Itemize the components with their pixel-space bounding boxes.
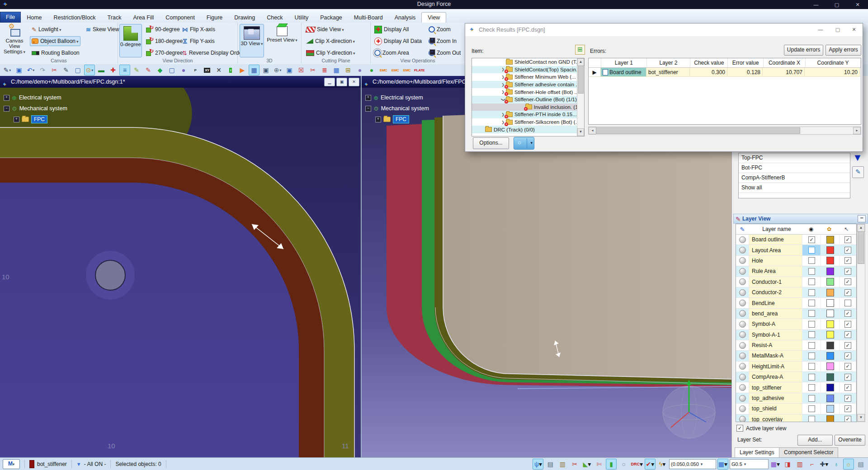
zoom-in-button[interactable]: + Zoom In [427, 36, 458, 46]
layer-select-checkbox[interactable] [844, 374, 851, 381]
dialog-close-button[interactable]: ✕ [846, 25, 862, 34]
layer-visibility-checkbox[interactable] [808, 352, 815, 359]
layer-color-swatch[interactable] [826, 299, 834, 307]
layer-color-swatch[interactable] [826, 320, 834, 328]
redo-icon[interactable]: ↷ [37, 65, 48, 75]
layer-active-radio[interactable] [736, 330, 749, 340]
grid-view-icon[interactable]: ▦▾ [770, 459, 781, 470]
layer-select-cell[interactable] [840, 362, 856, 371]
layer-active-radio[interactable] [736, 362, 749, 371]
filter-indicator[interactable]: ▼ - All ON - [76, 461, 106, 467]
menu-tab-component[interactable]: Component [160, 13, 201, 23]
layer-visibility-checkbox[interactable] [808, 310, 815, 317]
layer-color-cell[interactable] [821, 287, 840, 297]
layer-color-swatch[interactable] [826, 278, 834, 286]
emc-check-icon[interactable]: EMC [401, 65, 412, 75]
layer-active-radio[interactable] [736, 298, 749, 308]
app-close-button[interactable]: ✕ [847, 0, 868, 9]
layer-visibility-checkbox[interactable] [808, 405, 815, 412]
layer-set-item-bot-fpc[interactable]: Bot-FPC [739, 163, 850, 173]
layer-set-item-top-fpc[interactable]: Top-FPC [739, 153, 850, 163]
reverse-display-order-button[interactable]: ⇅ Reverse Display Order [180, 48, 245, 58]
canvas-view-settings-button[interactable]: Canvas View Settings [1, 24, 28, 57]
layer-select-checkbox[interactable] [844, 268, 851, 275]
layer-color-cell[interactable] [821, 362, 840, 371]
layer-visibility-checkbox[interactable] [808, 416, 815, 422]
check-tree-item[interactable]: ❯✕Stiffener-Silkscreen (Bot) (... [472, 118, 584, 126]
layer-visibility-checkbox[interactable] [808, 363, 815, 370]
layer-select-checkbox[interactable] [844, 257, 851, 264]
line-width-combo[interactable]: G0.5▾ [730, 459, 769, 469]
component-stack-icon[interactable]: ▮ [606, 459, 617, 470]
menu-tab-utility[interactable]: Utility [289, 13, 315, 23]
scroll-right-arrow[interactable]: ▸ [853, 127, 861, 134]
layer-color-cell[interactable] [821, 266, 840, 276]
ellipse-icon[interactable]: ● [178, 65, 189, 75]
layer-select-cell[interactable] [840, 245, 856, 255]
layer-color-swatch[interactable] [826, 395, 834, 402]
check-tree-item[interactable]: ❯✕Stiffener adhesive contain ... [472, 81, 584, 89]
expand-icon[interactable]: + [14, 117, 19, 122]
layer-set-item-compa-stiffenerb[interactable]: CompA-StiffenerB [739, 173, 850, 183]
menu-tab-multi-board[interactable]: Multi-Board [348, 13, 389, 23]
menu-tab-drawing[interactable]: Drawing [228, 13, 261, 23]
apply-down-button[interactable]: ▼ [850, 152, 865, 164]
layer-visibility-cell[interactable] [802, 393, 821, 403]
layer-select-checkbox[interactable] [844, 405, 851, 412]
routing-balloon-button[interactable]: Routing Balloon [30, 48, 81, 58]
layer-select-checkbox[interactable] [844, 247, 851, 254]
layer-active-radio[interactable] [736, 245, 749, 255]
layer-select-cell[interactable] [840, 256, 856, 266]
flip-board-icon[interactable]: ◨ [782, 459, 793, 470]
layer-color-swatch[interactable] [826, 405, 834, 413]
layer-color-cell[interactable] [821, 245, 840, 255]
layer-visibility-cell[interactable] [802, 340, 821, 350]
check-tree-item[interactable]: ✕Invalid inclusion. (1/1) [472, 103, 584, 111]
layer-color-swatch[interactable] [826, 362, 834, 370]
layer-select-cell[interactable] [840, 340, 856, 350]
tree-item-electrical-system[interactable]: +⊕Electrical system [365, 92, 429, 103]
lowlight-brush-icon[interactable]: ✎ [143, 65, 154, 75]
apply-errors-button[interactable]: Apply errors [826, 45, 861, 56]
menu-tab-analysis[interactable]: Analysis [389, 13, 422, 23]
memo-icon[interactable]: ▤ [855, 459, 866, 470]
layer-color-swatch[interactable] [826, 268, 834, 275]
layer-select-checkbox[interactable] [844, 342, 851, 349]
layer-select-cell[interactable] [840, 414, 856, 422]
menu-tab-home[interactable]: Home [21, 13, 47, 23]
layer-color-cell[interactable] [821, 372, 840, 382]
layer-color-cell[interactable] [821, 235, 840, 244]
add-check-item-button[interactable]: ⊞ [575, 45, 585, 55]
side-view-button[interactable]: Side View [304, 24, 346, 34]
layer-visibility-checkbox[interactable] [808, 342, 815, 349]
design-tree-icon[interactable]: ≡ [119, 65, 130, 75]
error-row[interactable]: ▶ Board outline bot_stiffener 0.300 0.12… [589, 68, 861, 77]
drc-icon[interactable]: DRC▾ [630, 459, 643, 470]
layer-select-cell[interactable] [840, 351, 856, 361]
app-minimize-button[interactable]: — [806, 0, 826, 9]
layer-color-cell[interactable] [821, 319, 840, 329]
delete-3d-icon[interactable]: ☒ [296, 65, 307, 75]
window1-minimize-button[interactable]: ▁ [324, 78, 335, 86]
zoom-out-button[interactable]: − Zoom Out [427, 48, 462, 58]
preset-view-button[interactable]: Preset View [266, 24, 298, 57]
layer-select-cell[interactable] [840, 266, 856, 276]
layer-active-radio[interactable] [736, 256, 749, 266]
layer-visibility-checkbox[interactable] [808, 236, 815, 243]
layer-active-radio[interactable] [736, 393, 749, 403]
layer-select-cell[interactable] [840, 298, 856, 308]
grid-pitch-combo[interactable]: (0.050,0.050▾ [669, 459, 716, 469]
menu-tab-file[interactable]: File [0, 12, 21, 23]
layer-visibility-cell[interactable] [802, 351, 821, 361]
layer-visibility-cell[interactable] [802, 245, 821, 255]
menu-tab-package[interactable]: Package [314, 13, 348, 23]
layer-color-cell[interactable] [821, 330, 840, 340]
save-icon[interactable]: ▣ [14, 65, 24, 75]
layer-color-cell[interactable] [821, 298, 840, 308]
dialog-minimize-button[interactable]: — [813, 25, 828, 34]
layer-color-swatch[interactable] [826, 236, 834, 244]
layer-select-cell[interactable] [840, 404, 856, 414]
layer-select-checkbox[interactable] [844, 416, 851, 422]
layer-select-checkbox[interactable] [844, 278, 851, 285]
active-layer-view-checkbox[interactable] [736, 425, 743, 432]
